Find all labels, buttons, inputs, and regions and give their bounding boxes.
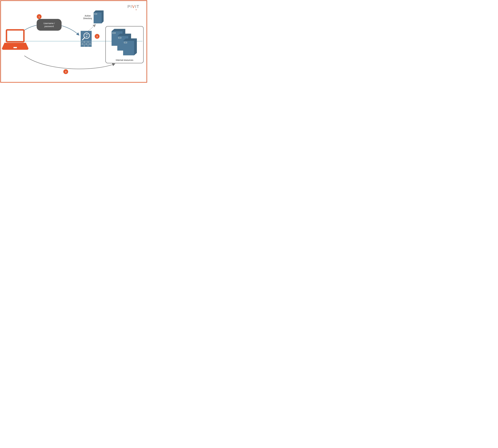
ad-server-icon (94, 10, 104, 23)
svg-marker-31 (134, 38, 137, 55)
internal-resources-label: Internal resources (116, 59, 133, 61)
svg-rect-0 (6, 30, 24, 42)
server-cluster-icon (112, 29, 137, 55)
network-auth-diagram: Username / password 1 (0, 0, 148, 83)
credentials-bubble: Username / password (37, 19, 62, 31)
arrow-step3 (24, 56, 115, 69)
arrow-firewall-to-ad (88, 24, 96, 31)
ad-label-line2: Directory (83, 17, 92, 20)
credentials-label-line1: Username / (43, 22, 55, 25)
step-2-number: 2 (97, 35, 98, 38)
firewall-inspect-icon (81, 31, 92, 47)
svg-marker-19 (101, 10, 104, 23)
svg-rect-20 (94, 13, 101, 23)
laptop-icon (2, 30, 29, 50)
svg-rect-1 (14, 47, 17, 48)
ad-label-line1: Active (85, 15, 91, 17)
svg-rect-2 (37, 19, 62, 31)
svg-text:PIVIT: PIVIT (128, 4, 139, 9)
brand-logo: PIVIT (128, 4, 139, 10)
credentials-label-line2: password (44, 25, 54, 28)
step-badge-1: 1 (37, 14, 42, 19)
step-1-number: 1 (39, 16, 40, 18)
step-badge-2: 2 (95, 34, 100, 39)
step-badge-3: 3 (63, 69, 68, 74)
svg-point-36 (136, 9, 136, 10)
svg-rect-32 (123, 41, 134, 55)
step-3-number: 3 (65, 71, 66, 73)
diagram-viewport: Username / password 1 (0, 0, 148, 83)
